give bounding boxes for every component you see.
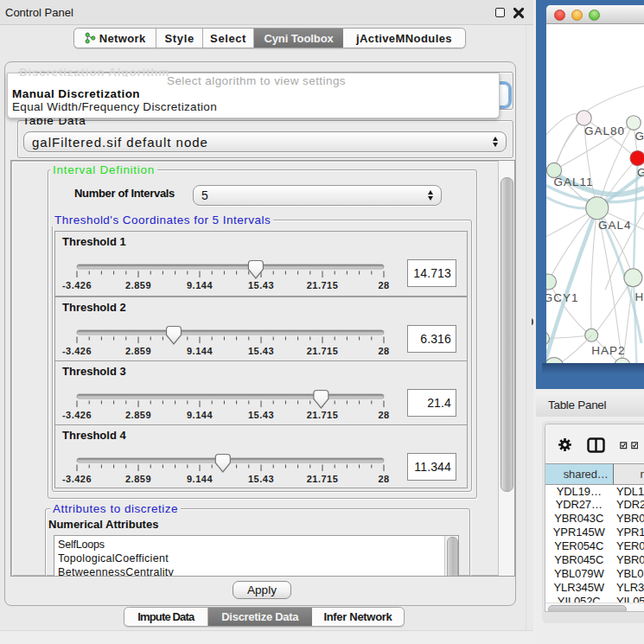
- svg-text:28: 28: [378, 410, 389, 420]
- svg-text:15.43: 15.43: [248, 474, 274, 484]
- svg-text:GAL4: GAL4: [598, 219, 632, 232]
- svg-text:28: 28: [378, 474, 389, 484]
- svg-text:G: G: [637, 166, 644, 179]
- svg-text:2.859: 2.859: [125, 474, 151, 484]
- svg-text:28: 28: [378, 346, 389, 356]
- svg-text:21.715: 21.715: [307, 410, 339, 420]
- svg-text:GA: GA: [635, 130, 644, 143]
- svg-text:9.144: 9.144: [187, 280, 213, 290]
- svg-text:21.715: 21.715: [307, 346, 339, 356]
- svg-text:15.43: 15.43: [248, 346, 274, 356]
- svg-text:9.144: 9.144: [187, 346, 213, 356]
- svg-text:9.144: 9.144: [187, 410, 213, 420]
- svg-text:GAL11: GAL11: [554, 175, 594, 188]
- svg-text:-3.426: -3.426: [62, 474, 92, 484]
- svg-text:-3.426: -3.426: [62, 346, 92, 356]
- svg-text:HAP2: HAP2: [591, 344, 625, 357]
- svg-text:15.43: 15.43: [248, 410, 274, 420]
- svg-text:21.715: 21.715: [307, 474, 339, 484]
- svg-text:2.859: 2.859: [125, 410, 151, 420]
- svg-text:15.43: 15.43: [248, 280, 274, 290]
- svg-text:GCY1: GCY1: [546, 291, 578, 304]
- svg-text:21.715: 21.715: [307, 280, 339, 290]
- svg-text:9.144: 9.144: [187, 474, 213, 484]
- svg-text:GAL80: GAL80: [584, 124, 625, 137]
- svg-text:-3.426: -3.426: [62, 280, 92, 290]
- svg-text:2.859: 2.859: [125, 280, 151, 290]
- svg-text:28: 28: [378, 280, 389, 290]
- svg-text:HI: HI: [634, 290, 644, 303]
- svg-text:2.859: 2.859: [125, 346, 151, 356]
- svg-text:-3.426: -3.426: [62, 410, 92, 420]
